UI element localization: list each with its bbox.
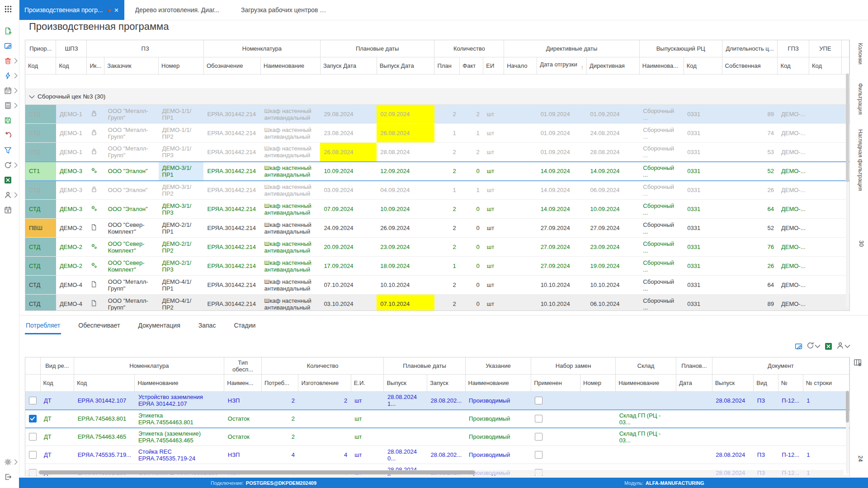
actions-button[interactable] <box>0 68 19 83</box>
column-header[interactable]: Наименование <box>465 375 531 392</box>
cell-consume[interactable]: 2 <box>261 428 298 446</box>
column-header[interactable]: Наименование <box>616 375 676 392</box>
cell-instruction[interactable]: Производимый <box>465 428 531 446</box>
cell-applied[interactable] <box>531 428 580 446</box>
settings-button[interactable] <box>0 455 19 469</box>
cell-name[interactable]: Шкаф настенныйантивандальный <box>260 276 320 295</box>
column-header[interactable]: Ик... <box>87 57 104 75</box>
cell-release[interactable]: 28.08.2024 1... <box>384 392 427 410</box>
cell-directive[interactable]: 28.08.2024 <box>586 143 639 162</box>
cell-customer[interactable]: ООО "Металл-Групп" <box>104 105 159 124</box>
cell-ei[interactable]: шт <box>483 276 504 295</box>
cell-customer[interactable]: ООО "Север-Комплект" <box>104 238 159 257</box>
cell-instruction[interactable]: Производимый <box>465 410 531 428</box>
cell-fact[interactable]: 0 <box>460 162 483 181</box>
cell-rc_code[interactable]: 0331 <box>684 257 722 276</box>
cell-number[interactable]: ДЕМО-3/1/ПР1 <box>159 162 204 181</box>
cell-upe[interactable] <box>809 295 842 311</box>
calendar-close-button[interactable] <box>0 202 19 217</box>
column-header[interactable] <box>841 57 849 75</box>
cell-customer[interactable]: ООО "Металл-Групп" <box>104 124 159 143</box>
undo-button[interactable] <box>0 128 19 143</box>
cell-customer[interactable]: ООО "Металл-Групп" <box>104 295 159 311</box>
delete-button[interactable] <box>0 53 19 68</box>
row-select-checkbox[interactable] <box>29 397 37 404</box>
cell-designation[interactable]: ЕРЯА.301442.214 <box>203 105 260 124</box>
cell-doc_release[interactable] <box>712 410 754 428</box>
chevron-down-icon[interactable] <box>815 344 821 349</box>
cell-release[interactable]: 18.09.2024 <box>377 257 434 276</box>
cell-replace_num[interactable] <box>580 428 616 446</box>
cell-rc_code[interactable]: 0331 <box>684 105 722 124</box>
cell-directive[interactable]: 23.09.2024 <box>586 238 639 257</box>
cell-fact[interactable]: 1 <box>460 181 483 200</box>
cell-shpz[interactable]: ДЕМО-2 <box>56 219 87 238</box>
cell-plan[interactable]: 2 <box>434 200 460 219</box>
main-grid-vertical-scrollbar[interactable] <box>846 73 849 308</box>
cell-plan[interactable]: 1 <box>434 124 460 143</box>
close-tab-icon[interactable]: × <box>114 6 119 14</box>
cell-ei[interactable]: шт <box>483 105 504 124</box>
cell-doc_line[interactable]: 1 <box>803 446 849 464</box>
cell-rc_code[interactable]: 0331 <box>684 124 722 143</box>
cell-name[interactable]: Шкаф настенныйантивандальный <box>260 105 320 124</box>
column-group-header[interactable]: Директивные даты <box>504 40 640 57</box>
chevron-right-icon[interactable] <box>12 162 18 169</box>
cell-ei[interactable]: шт <box>483 124 504 143</box>
cell-rc_name[interactable]: Сборочный ... <box>639 162 684 181</box>
save-button[interactable] <box>0 113 19 128</box>
cell-icon[interactable] <box>87 124 104 143</box>
cell-gpz[interactable]: ДЕМО-... <box>778 238 809 257</box>
cell-doc_num[interactable]: П-12... <box>778 446 803 464</box>
column-header[interactable]: Номер <box>580 375 616 392</box>
cell-ship[interactable]: 10.10.2024 <box>537 295 587 311</box>
cell-launch[interactable]: 17.09.2024 <box>320 257 377 276</box>
cell-release[interactable]: 28.08.2024 0... <box>384 446 427 464</box>
cell-applied[interactable] <box>531 446 580 464</box>
cell-prio[interactable]: СТД <box>25 143 56 162</box>
cell-ship[interactable]: 01.09.2024 <box>537 105 587 124</box>
row-select-checkbox[interactable] <box>29 415 37 422</box>
column-header[interactable]: ЕИ <box>483 57 504 75</box>
cell-ship[interactable]: 27.09.2024 <box>537 219 587 238</box>
cell-rc_code[interactable]: 0331 <box>684 162 722 181</box>
cell-duration[interactable]: 64 <box>722 276 778 295</box>
cell-doc_release[interactable] <box>712 428 754 446</box>
cell-shpz[interactable]: ДЕМО-2 <box>56 238 87 257</box>
cell-shpz[interactable]: ДЕМО-4 <box>56 276 87 295</box>
cell-doc_line[interactable] <box>803 410 849 428</box>
production-row[interactable]: СТДДЕМО-1ООО "Металл-Групп"ДЕМО-1/1/ПР2Е… <box>25 124 849 143</box>
applied-checkbox[interactable] <box>535 397 542 404</box>
cell-designation[interactable]: ЕРЯА.301442.214 <box>203 276 260 295</box>
tab-provides[interactable]: Обеспечивает <box>77 317 121 334</box>
cell-replace_num[interactable] <box>580 446 616 464</box>
cell-plan[interactable]: 2 <box>434 295 460 311</box>
cell-replace_num[interactable] <box>580 410 616 428</box>
cell-customer[interactable]: ООО "Эталон" <box>104 200 159 219</box>
refresh-button[interactable] <box>0 158 19 173</box>
cell-number[interactable]: ДЕМО-2/1/ПР1 <box>159 219 204 238</box>
column-header[interactable]: Начало <box>504 57 537 75</box>
new-document-button[interactable] <box>0 23 19 38</box>
cell-number[interactable]: ДЕМО-1/1/ПР2 <box>159 124 204 143</box>
cell-warehouse[interactable] <box>616 446 676 464</box>
cell-upe[interactable] <box>809 105 842 124</box>
calendar-button[interactable] <box>0 83 19 98</box>
chevron-right-icon[interactable] <box>12 87 18 94</box>
export-excel-button[interactable] <box>0 173 19 188</box>
applied-checkbox[interactable] <box>535 433 542 441</box>
cell-ei[interactable]: шт <box>483 162 504 181</box>
cell-rc_code[interactable]: 0331 <box>684 276 722 295</box>
cell-duration[interactable]: 74 <box>722 124 778 143</box>
cell-launch[interactable]: 03.09.2024 <box>320 181 377 200</box>
cell-begin[interactable] <box>504 105 537 124</box>
consume-row[interactable]: ДТЕРЯА.745463.801ЭтикеткаЕРЯА.74554463.8… <box>25 410 849 428</box>
cell-shpz[interactable]: ДЕМО-1 <box>56 124 87 143</box>
cell-gpz[interactable]: ДЕМО-... <box>778 162 809 181</box>
cell-begin[interactable] <box>504 162 537 181</box>
edit-panel-button[interactable] <box>0 38 19 53</box>
column-header[interactable]: Выпуск <box>384 375 427 392</box>
cell-ei[interactable]: шт <box>483 257 504 276</box>
cell-begin[interactable] <box>504 143 537 162</box>
cell-doc_num[interactable] <box>778 428 803 446</box>
